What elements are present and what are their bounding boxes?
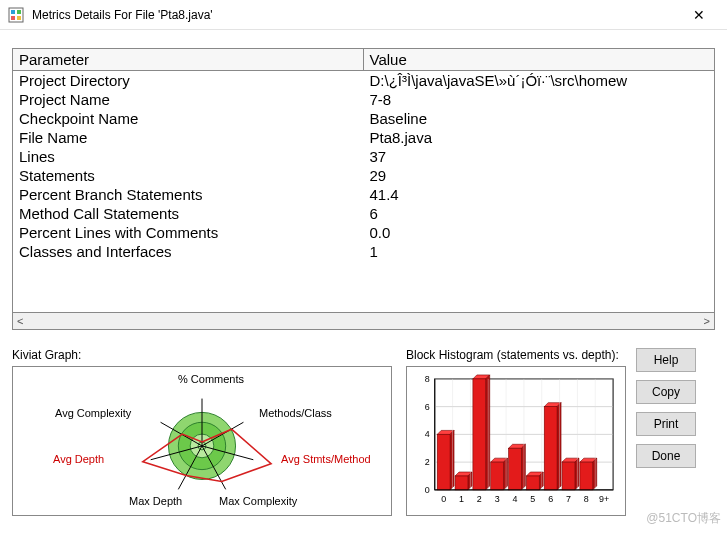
svg-text:0: 0 — [441, 494, 446, 504]
svg-rect-2 — [17, 10, 21, 14]
cell-parameter: Method Call Statements — [13, 204, 363, 223]
copy-button[interactable]: Copy — [636, 380, 696, 404]
cell-parameter: Classes and Interfaces — [13, 242, 363, 261]
svg-marker-52 — [521, 444, 525, 490]
svg-rect-53 — [509, 448, 522, 490]
scroll-right-icon[interactable]: > — [704, 315, 710, 327]
table-row[interactable]: Statements29 — [13, 166, 714, 185]
svg-rect-4 — [17, 16, 21, 20]
window-title: Metrics Details For File 'Pta8.java' — [32, 8, 679, 22]
block-histogram: 024680123456789+ — [406, 366, 626, 516]
table-row[interactable]: Classes and Interfaces1 — [13, 242, 714, 261]
cell-value: Pta8.java — [363, 128, 714, 147]
axis-avgcomp: Avg Complexity — [55, 407, 131, 419]
svg-text:9+: 9+ — [599, 494, 609, 504]
axis-maxcomp: Max Complexity — [219, 495, 297, 507]
histogram-label: Block Histogram (statements vs. depth): — [406, 348, 626, 362]
svg-text:6: 6 — [425, 402, 430, 412]
table-row[interactable]: Project Name7-8 — [13, 90, 714, 109]
kiviat-label: Kiviat Graph: — [12, 348, 392, 362]
lower-panels: Kiviat Graph: — [12, 348, 715, 516]
svg-marker-72 — [593, 458, 597, 490]
svg-rect-33 — [437, 434, 450, 489]
svg-text:5: 5 — [530, 494, 535, 504]
axis-methods: Methods/Class — [259, 407, 332, 419]
svg-text:7: 7 — [566, 494, 571, 504]
svg-text:3: 3 — [495, 494, 500, 504]
cell-value: Baseline — [363, 109, 714, 128]
content-area: Parameter Value Project DirectoryD:\¿Î³Ì… — [0, 30, 727, 528]
svg-rect-38 — [455, 476, 468, 490]
table-row[interactable]: Lines37 — [13, 147, 714, 166]
cell-value: 37 — [363, 147, 714, 166]
horizontal-scrollbar[interactable]: < > — [12, 313, 715, 330]
svg-rect-63 — [544, 407, 557, 490]
svg-marker-32 — [450, 430, 454, 489]
cell-value: 1 — [363, 242, 714, 261]
cell-parameter: Percent Lines with Comments — [13, 223, 363, 242]
svg-marker-67 — [575, 458, 579, 490]
table-row[interactable]: Checkpoint NameBaseline — [13, 109, 714, 128]
svg-rect-3 — [11, 16, 15, 20]
table-row[interactable]: Project DirectoryD:\¿Î³Ì\java\javaSE\»ù´… — [13, 71, 714, 91]
svg-marker-42 — [486, 375, 490, 490]
svg-rect-68 — [562, 462, 575, 490]
title-bar: Metrics Details For File 'Pta8.java' ✕ — [0, 0, 727, 30]
cell-value: 41.4 — [363, 185, 714, 204]
metrics-table-container: Parameter Value Project DirectoryD:\¿Î³Ì… — [12, 48, 715, 313]
cell-value: 29 — [363, 166, 714, 185]
svg-marker-47 — [504, 458, 508, 490]
table-row[interactable]: File NamePta8.java — [13, 128, 714, 147]
cell-parameter: Statements — [13, 166, 363, 185]
svg-rect-58 — [526, 476, 539, 490]
axis-stmts: Avg Stmts/Method — [281, 453, 371, 465]
svg-rect-43 — [473, 379, 486, 490]
cell-parameter: File Name — [13, 128, 363, 147]
column-header-value[interactable]: Value — [363, 49, 714, 71]
svg-marker-62 — [557, 403, 561, 490]
svg-text:0: 0 — [425, 485, 430, 495]
close-button[interactable]: ✕ — [679, 0, 719, 30]
print-button[interactable]: Print — [636, 412, 696, 436]
svg-text:6: 6 — [548, 494, 553, 504]
button-group: Help Copy Print Done — [636, 348, 696, 516]
cell-value: 6 — [363, 204, 714, 223]
svg-text:2: 2 — [425, 457, 430, 467]
cell-parameter: Project Name — [13, 90, 363, 109]
svg-rect-73 — [580, 462, 593, 490]
histogram-panel: Block Histogram (statements vs. depth): … — [406, 348, 715, 516]
svg-text:1: 1 — [459, 494, 464, 504]
svg-text:2: 2 — [477, 494, 482, 504]
axis-avgdepth: Avg Depth — [53, 453, 104, 465]
svg-text:4: 4 — [513, 494, 518, 504]
cell-parameter: Project Directory — [13, 71, 363, 91]
table-row[interactable]: Percent Lines with Comments0.0 — [13, 223, 714, 242]
cell-parameter: Checkpoint Name — [13, 109, 363, 128]
axis-maxdepth: Max Depth — [129, 495, 182, 507]
column-header-parameter[interactable]: Parameter — [13, 49, 363, 71]
help-button[interactable]: Help — [636, 348, 696, 372]
svg-text:8: 8 — [584, 494, 589, 504]
svg-text:8: 8 — [425, 374, 430, 384]
app-icon — [8, 7, 24, 23]
table-row[interactable]: Percent Branch Statements41.4 — [13, 185, 714, 204]
cell-value: 7-8 — [363, 90, 714, 109]
done-button[interactable]: Done — [636, 444, 696, 468]
axis-comments: % Comments — [178, 373, 244, 385]
cell-value: D:\¿Î³Ì\java\javaSE\»ù´¡Óï·¨\src\homew — [363, 71, 714, 91]
cell-value: 0.0 — [363, 223, 714, 242]
cell-parameter: Lines — [13, 147, 363, 166]
svg-text:4: 4 — [425, 429, 430, 439]
svg-rect-48 — [491, 462, 504, 490]
svg-rect-1 — [11, 10, 15, 14]
metrics-table: Parameter Value Project DirectoryD:\¿Î³Ì… — [13, 49, 714, 261]
table-row[interactable]: Method Call Statements6 — [13, 204, 714, 223]
cell-parameter: Percent Branch Statements — [13, 185, 363, 204]
kiviat-panel: Kiviat Graph: — [12, 348, 392, 516]
scroll-left-icon[interactable]: < — [17, 315, 23, 327]
kiviat-graph: % Comments Methods/Class Avg Stmts/Metho… — [12, 366, 392, 516]
